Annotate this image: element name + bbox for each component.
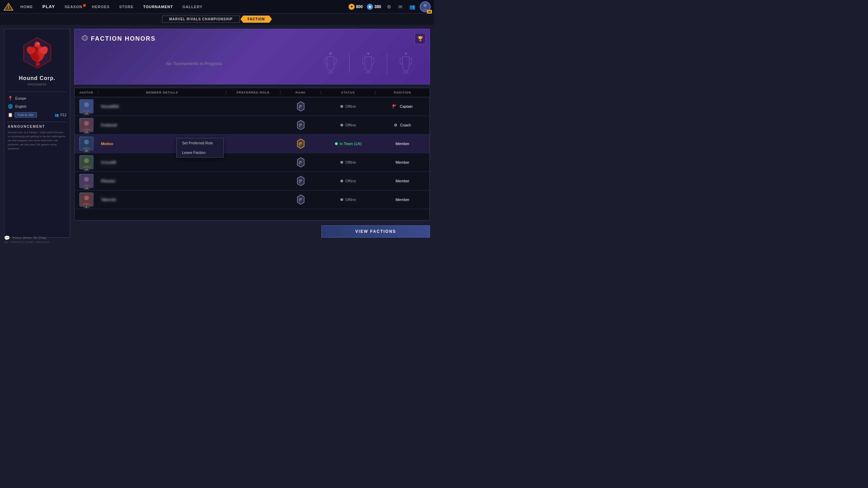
position-cell-4: Member — [375, 158, 430, 166]
header-rank: RANK — [280, 91, 321, 94]
chat-bar: 💬 Press Enter To Chat — [4, 235, 46, 241]
user-avatar[interactable]: 26 — [420, 1, 431, 12]
role-cell-6 — [226, 198, 280, 202]
rank-icon-1 — [295, 100, 307, 113]
svg-rect-22 — [299, 107, 300, 108]
settings-button[interactable]: ⚙ — [385, 3, 393, 11]
announcement-section: ANNOUNCEMENT Hound Corp. is a Faction / … — [8, 122, 66, 151]
header-position: POSITION — [375, 91, 430, 94]
view-factions-button[interactable]: VIEW FACTIONS — [321, 225, 430, 238]
captain-flag-icon: 🚩 — [392, 104, 397, 109]
nav-heroes[interactable]: HEROES — [88, 3, 114, 10]
announcement-title: ANNOUNCEMENT — [8, 125, 66, 128]
status-dot-6 — [340, 198, 343, 201]
avatar-cell-1: 13 — [75, 97, 98, 116]
gold-icon: ✦ — [349, 4, 355, 10]
faction-name: Hound Corp. — [19, 75, 56, 81]
table-row[interactable]: 26 Medoo — [75, 135, 430, 153]
announcement-text: Hound Corp. is a Faction / Clan which fo… — [8, 130, 66, 151]
members-table: AVATAR MEMBER DETAILS PREFERRED ROLE RAN… — [74, 88, 430, 221]
status-text-4: Offline — [345, 160, 356, 164]
coach-icon: ⚙ — [394, 123, 397, 127]
nav-play[interactable]: PLAY — [38, 3, 59, 11]
nav-gallery[interactable]: GALLERY — [178, 3, 206, 10]
status-cell-4: Offline — [321, 158, 375, 166]
position-text-4: Member — [396, 160, 409, 164]
table-row[interactable]: 8 Talocolo — [75, 190, 430, 209]
trophy-button[interactable]: 🏆 — [415, 33, 426, 44]
table-header: AVATAR MEMBER DETAILS PREFERRED ROLE RAN… — [75, 88, 430, 97]
avatar-portrait-2 — [80, 119, 93, 131]
trophy-plus-2: + — [367, 51, 370, 56]
rank-icon-6 — [295, 194, 307, 206]
table-row[interactable]: 10 Phasion — [75, 172, 430, 190]
member-details-6: Talocolo — [98, 196, 226, 204]
avatar-level-4: 14 — [84, 168, 89, 171]
trophy-placeholder-2: + — [351, 48, 385, 79]
location-row: 📍 Europe — [8, 95, 66, 101]
trophy-placeholders: + + — [314, 48, 423, 79]
trophy-divider-1 — [349, 53, 350, 74]
avatar-portrait-3 — [80, 137, 93, 150]
rank-cell-5 — [280, 173, 321, 189]
position-cell-1: 🚩 Captain — [375, 102, 430, 111]
status-dot-3 — [335, 142, 338, 145]
avatar-portrait-6 — [80, 193, 93, 206]
svg-point-20 — [84, 102, 89, 107]
svg-point-32 — [84, 158, 89, 163]
trophy-plus-3: + — [405, 51, 407, 56]
status-text-2: Offline — [345, 123, 356, 127]
header-avatar: AVATAR — [75, 91, 98, 94]
nav-season[interactable]: SEASON — [60, 3, 86, 10]
avatar-cell-4: 14 — [75, 153, 98, 171]
context-leave-faction[interactable]: Leave Faction — [177, 148, 223, 157]
friends-button[interactable]: 👥 — [408, 3, 416, 11]
faction-logo — [20, 36, 54, 70]
table-row[interactable]: 14 Croco09 — [75, 153, 430, 172]
status-indicator-5: Offline — [340, 179, 356, 183]
position-cell-5: Member — [375, 177, 430, 185]
position-text-6: Member — [396, 198, 409, 202]
member-name-2: Fredovid — [101, 123, 223, 127]
app-logo[interactable] — [3, 3, 14, 11]
member-name-5: Phasion — [101, 179, 223, 183]
rank-cell-2 — [280, 117, 321, 133]
faction-details: 📍 Europe 🌐 English 📋 Free to Join 👥 7/12 — [8, 92, 66, 118]
no-tournaments-text: No Tournaments in Progress — [81, 61, 307, 66]
avatar-level-3: 26 — [84, 149, 89, 152]
status-indicator-2: Offline — [340, 123, 356, 127]
context-menu: Set Preferred Role Leave Faction — [176, 138, 224, 158]
trophy-placeholder-3: + — [389, 48, 423, 79]
nav-tournament[interactable]: TOURNAMENT — [139, 3, 177, 10]
breadcrumb-faction[interactable]: FACTION — [240, 16, 272, 23]
table-row[interactable]: 15 Fredovid — [75, 116, 430, 135]
position-text-5: Member — [396, 179, 409, 183]
status-dot-5 — [340, 180, 343, 182]
table-row[interactable]: 13 Hound001 — [75, 97, 430, 116]
breadcrumb-championship[interactable]: MARVEL RIVALS CHAMPIONSHIP — [162, 16, 240, 23]
nav-store[interactable]: STORE — [115, 3, 138, 10]
position-text-3: Member — [396, 142, 409, 146]
context-set-role[interactable]: Set Preferred Role — [177, 138, 223, 148]
nav-right: ✦ 800 ◈ 380 ⚙ ✉ 👥 26 — [349, 1, 431, 12]
status-indicator-4: Offline — [340, 160, 356, 164]
avatar-1 — [79, 99, 94, 114]
member-name-1: Hound001 — [101, 104, 223, 108]
nav-home[interactable]: HOME — [16, 3, 37, 10]
avatar-5 — [79, 174, 94, 188]
user-level-badge: 26 — [427, 10, 432, 14]
faction-id: #HOUND01 — [27, 83, 46, 86]
avatar-cell-2: 15 — [75, 116, 98, 134]
member-name-4: Croco09 — [101, 160, 223, 164]
header-member-details: MEMBER DETAILS — [98, 91, 226, 94]
table-body: 13 Hound001 — [75, 97, 430, 209]
position-cell-2: ⚙ Coach — [375, 121, 430, 129]
mail-button[interactable]: ✉ — [397, 3, 404, 11]
avatar-2 — [79, 118, 94, 132]
member-details-1: Hound001 — [98, 102, 226, 110]
member-count: 👥 7/12 — [55, 113, 66, 117]
rank-cell-4 — [280, 154, 321, 170]
language-row: 🌐 English — [8, 103, 66, 109]
language-text: English — [15, 105, 26, 108]
member-details-5: Phasion — [98, 177, 226, 185]
